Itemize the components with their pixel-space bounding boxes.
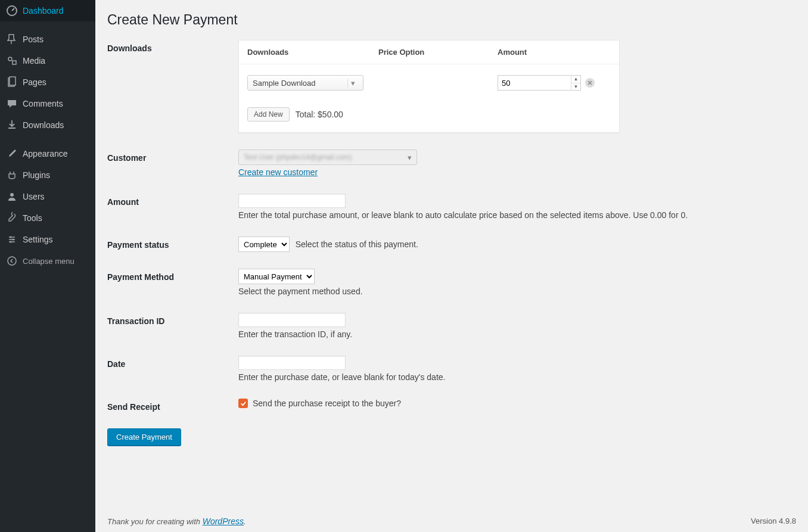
download-icon <box>6 119 18 131</box>
footer-thanks-prefix: Thank you for creating with <box>107 517 203 526</box>
send-receipt-checkbox[interactable] <box>238 399 248 408</box>
sidebar-item-label: Tools <box>23 213 42 223</box>
sidebar-item-comments[interactable]: Comments <box>0 93 95 114</box>
page-title: Create New Payment <box>107 12 796 28</box>
downloads-box: Downloads Price Option Amount Sample Dow… <box>238 40 620 133</box>
download-amount-input[interactable]: ▲ ▼ <box>498 75 581 91</box>
sidebar-item-posts[interactable]: Posts <box>0 29 95 50</box>
customer-selected-value: Test User (phpdev14@gmail.com) <box>244 153 408 161</box>
payment-status-select[interactable]: Complete <box>238 237 290 252</box>
sidebar-item-label: Appearance <box>23 149 68 158</box>
downloads-header-price-option: Price Option <box>378 48 498 57</box>
download-row: Sample Download ▾ ▲ ▼ <box>239 64 619 107</box>
downloads-total: Total: $50.00 <box>296 110 343 119</box>
sidebar-item-users[interactable]: Users <box>0 186 95 207</box>
comment-icon <box>6 98 18 110</box>
wrench-icon <box>6 212 18 224</box>
chevron-down-icon: ▾ <box>347 79 358 88</box>
svg-point-5 <box>10 237 12 238</box>
payment-method-select[interactable]: Manual Payment <box>238 269 315 284</box>
sidebar-item-label: Pages <box>23 77 46 87</box>
date-label: Date <box>107 356 238 369</box>
create-new-customer-link[interactable]: Create new customer <box>238 167 318 177</box>
collapse-label: Collapse menu <box>23 257 74 266</box>
settings-icon <box>6 234 18 245</box>
downloads-label: Downloads <box>107 40 238 53</box>
svg-point-8 <box>8 257 16 265</box>
customer-label: Customer <box>107 150 238 163</box>
amount-label: Amount <box>107 194 238 207</box>
version-text: Version 4.9.8 <box>751 517 796 526</box>
add-new-download-button[interactable]: Add New <box>247 107 290 122</box>
chevron-down-icon: ▾ <box>408 153 412 162</box>
downloads-header-amount: Amount <box>498 48 611 57</box>
date-input[interactable] <box>238 356 346 370</box>
collapse-icon <box>6 255 18 267</box>
page-icon <box>6 76 18 88</box>
footer-thanks-suffix: . <box>244 517 246 526</box>
sidebar-item-label: Plugins <box>23 170 50 180</box>
sidebar-item-settings[interactable]: Settings <box>0 229 95 250</box>
sidebar-item-media[interactable]: Media <box>0 50 95 71</box>
sidebar-item-label: Dashboard <box>23 6 64 15</box>
svg-point-7 <box>10 241 12 243</box>
date-help: Enter the purchase date, or leave blank … <box>238 372 796 382</box>
sidebar-item-label: Media <box>23 56 45 66</box>
receipt-label: Send Receipt <box>107 399 238 412</box>
user-icon <box>6 191 18 203</box>
customer-select[interactable]: Test User (phpdev14@gmail.com) ▾ <box>238 150 417 165</box>
svg-point-1 <box>8 57 12 61</box>
sidebar-item-label: Posts <box>23 35 43 44</box>
spinner-up-icon[interactable]: ▲ <box>571 76 580 83</box>
sidebar-item-label: Users <box>23 192 45 201</box>
spinner-down-icon[interactable]: ▼ <box>571 83 580 91</box>
brush-icon <box>6 148 18 160</box>
sidebar-item-pages[interactable]: Pages <box>0 71 95 93</box>
wordpress-link[interactable]: WordPress <box>203 517 244 526</box>
media-icon <box>6 55 18 67</box>
downloads-header-product: Downloads <box>247 48 378 57</box>
sidebar-item-tools[interactable]: Tools <box>0 207 95 229</box>
sidebar-item-label: Downloads <box>23 120 64 130</box>
sidebar-item-label: Comments <box>23 99 63 108</box>
method-label: Payment Method <box>107 269 238 282</box>
method-help: Select the payment method used. <box>238 287 796 296</box>
sidebar-item-dashboard[interactable]: Dashboard <box>0 0 95 21</box>
download-amount-value[interactable] <box>498 76 571 90</box>
amount-help: Enter the total purchase amount, or leav… <box>238 210 796 220</box>
amount-input[interactable] <box>238 194 346 208</box>
transaction-id-input[interactable] <box>238 313 346 327</box>
create-payment-button[interactable]: Create Payment <box>107 428 181 446</box>
sidebar-item-downloads[interactable]: Downloads <box>0 114 95 136</box>
download-product-value: Sample Download <box>253 79 316 88</box>
pin-icon <box>6 33 18 45</box>
svg-rect-3 <box>10 77 15 85</box>
plugin-icon <box>6 169 18 181</box>
status-help: Select the status of this payment. <box>296 239 418 249</box>
txn-label: Transaction ID <box>107 313 238 326</box>
sidebar-item-label: Settings <box>23 235 53 244</box>
dashboard-icon <box>6 5 18 17</box>
main-content: Create New Payment Downloads Downloads P… <box>95 0 808 532</box>
status-label: Payment status <box>107 237 238 250</box>
admin-sidebar: Dashboard Posts Media Pages Comments Dow… <box>0 0 95 532</box>
sidebar-item-appearance[interactable]: Appearance <box>0 143 95 164</box>
remove-row-button[interactable] <box>585 78 595 88</box>
receipt-text: Send the purchase receipt to the buyer? <box>253 399 401 408</box>
admin-footer: Thank you for creating with WordPress. V… <box>107 511 796 532</box>
sidebar-item-plugins[interactable]: Plugins <box>0 164 95 186</box>
txn-help: Enter the transaction ID, if any. <box>238 329 796 339</box>
download-product-select[interactable]: Sample Download ▾ <box>247 75 363 91</box>
svg-point-6 <box>13 239 14 241</box>
collapse-menu[interactable]: Collapse menu <box>0 250 95 272</box>
svg-point-4 <box>10 193 14 197</box>
